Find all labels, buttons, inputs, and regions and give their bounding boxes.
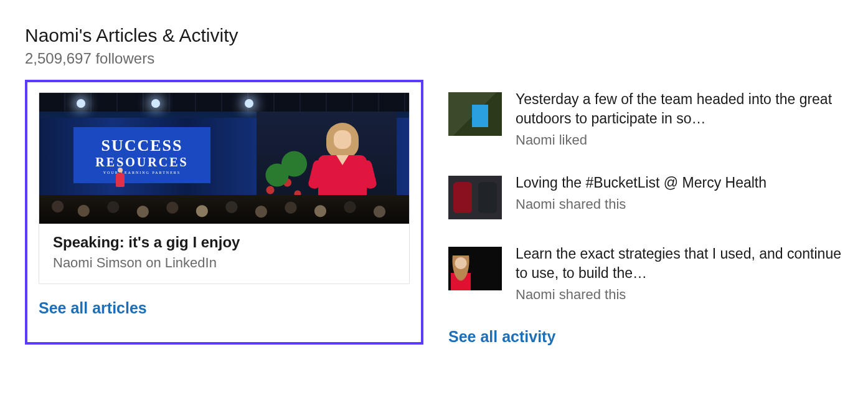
featured-article-image: SUCCESS RESOURCES YOUR LEARNING PARTNERS: [39, 93, 409, 224]
activity-meta: Naomi liked: [516, 132, 843, 148]
see-all-activity-link[interactable]: See all activity: [448, 328, 843, 346]
articles-panel: SUCCESS RESOURCES YOUR LEARNING PARTNERS…: [25, 80, 423, 345]
featured-article-byline: Naomi Simson on LinkedIn: [53, 255, 395, 271]
activity-thumbnail: [448, 92, 502, 136]
followers-count: 2,509,697 followers: [25, 50, 843, 67]
content-row: SUCCESS RESOURCES YOUR LEARNING PARTNERS…: [25, 80, 843, 346]
activity-item[interactable]: Learn the exact strategies that I used, …: [448, 244, 843, 303]
activity-text: Yesterday a few of the team headed into …: [516, 90, 843, 128]
featured-article-card[interactable]: SUCCESS RESOURCES YOUR LEARNING PARTNERS…: [39, 92, 410, 284]
activity-panel: Yesterday a few of the team headed into …: [448, 80, 843, 346]
featured-article-text: Speaking: it's a gig I enjoy Naomi Simso…: [39, 224, 409, 284]
section-title: Naomi's Articles & Activity: [25, 25, 843, 46]
activity-meta: Naomi shared this: [516, 196, 843, 212]
see-all-articles-link[interactable]: See all articles: [39, 299, 147, 317]
stage-banner: SUCCESS RESOURCES YOUR LEARNING PARTNERS: [73, 127, 210, 183]
activity-item[interactable]: Yesterday a few of the team headed into …: [448, 90, 843, 148]
activity-item[interactable]: Loving the #BucketList @ Mercy Health Na…: [448, 173, 843, 219]
activity-thumbnail: [448, 176, 502, 219]
activity-text: Loving the #BucketList @ Mercy Health: [516, 173, 843, 193]
section-header: Naomi's Articles & Activity 2,509,697 fo…: [25, 25, 843, 67]
activity-meta: Naomi shared this: [516, 287, 843, 303]
featured-article-title: Speaking: it's a gig I enjoy: [53, 234, 395, 251]
activity-thumbnail: [448, 247, 502, 290]
activity-text: Learn the exact strategies that I used, …: [516, 244, 843, 283]
